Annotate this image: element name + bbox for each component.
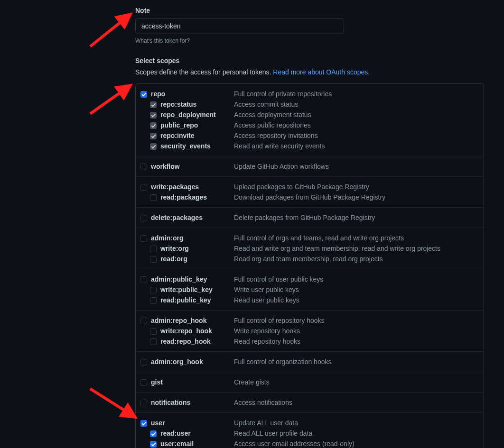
scope-name[interactable]: write:packages	[151, 183, 234, 191]
scope-checkbox-security-events[interactable]	[150, 143, 157, 150]
scope-group: delete:packagesDelete packages from GitH…	[136, 207, 484, 228]
oauth-scopes-link[interactable]: Read more about OAuth scopes	[273, 68, 368, 76]
scope-checkbox-read-org[interactable]	[150, 256, 157, 263]
scope-name[interactable]: write:public_key	[160, 286, 234, 293]
scope-checkbox-read-user[interactable]	[150, 430, 157, 437]
scope-name[interactable]: admin:repo_hook	[151, 317, 234, 324]
scope-group: gistCreate gists	[136, 372, 484, 392]
scope-checkbox-read-packages[interactable]	[150, 194, 157, 201]
scope-description: Delete packages from GitHub Package Regi…	[234, 214, 375, 221]
scope-description: Access commit status	[234, 101, 298, 108]
scope-description: Read ALL user profile data	[234, 430, 312, 437]
scope-group: notificationsAccess notifications	[136, 392, 484, 412]
scope-checkbox-repo-status[interactable]	[150, 101, 157, 108]
scope-checkbox-user[interactable]	[140, 420, 147, 427]
scope-name[interactable]: admin:org	[151, 234, 234, 242]
scope-name[interactable]: security_events	[160, 142, 234, 150]
scope-name[interactable]: notifications	[151, 399, 234, 406]
scope-name[interactable]: public_repo	[160, 121, 234, 129]
scope-name[interactable]: read:public_key	[160, 296, 234, 304]
scope-name[interactable]: repo:invite	[160, 132, 234, 139]
scope-checkbox-write-repo-hook[interactable]	[150, 328, 157, 335]
scope-description: Upload packages to GitHub Package Regist…	[234, 183, 369, 191]
scope-checkbox-admin-public-key[interactable]	[140, 276, 147, 283]
scope-row: workflowUpdate GitHub Action workflows	[140, 161, 479, 172]
scope-checkbox-delete-packages[interactable]	[140, 215, 147, 221]
scope-name[interactable]: workflow	[151, 163, 234, 170]
scope-checkbox-write-org[interactable]	[150, 246, 157, 252]
scope-description: Full control of repository hooks	[234, 317, 325, 324]
scope-checkbox-admin-repo-hook[interactable]	[140, 318, 147, 324]
scope-name[interactable]: read:repo_hook	[160, 338, 234, 345]
scope-description: Read org and team membership, read org p…	[234, 255, 383, 263]
scope-checkbox-public-repo[interactable]	[150, 122, 157, 129]
select-scopes-heading: Select scopes	[135, 57, 484, 64]
scope-description: Create gists	[234, 378, 270, 386]
scope-description: Read user public keys	[234, 296, 299, 304]
scope-name[interactable]: gist	[151, 378, 234, 386]
scopes-list: repoFull control of private repositories…	[135, 83, 484, 448]
scope-row: userUpdate ALL user data	[140, 418, 479, 428]
scope-checkbox-notifications[interactable]	[140, 400, 147, 406]
scope-name[interactable]: repo	[151, 90, 234, 98]
scope-name[interactable]: write:repo_hook	[160, 327, 234, 335]
scope-description: Read and write security events	[234, 142, 325, 150]
scope-name[interactable]: read:org	[160, 255, 234, 263]
scope-row: admin:repo_hookFull control of repositor…	[140, 315, 479, 326]
scope-group: repoFull control of private repositories…	[136, 84, 484, 156]
scope-checkbox-admin-org[interactable]	[140, 235, 147, 242]
scope-name[interactable]: user:email	[160, 440, 234, 448]
scope-name[interactable]: read:user	[160, 430, 234, 437]
scope-description: Access public repositories	[234, 121, 311, 129]
svg-line-5	[90, 389, 135, 417]
scope-group: workflowUpdate GitHub Action workflows	[136, 156, 484, 176]
scope-description: Full control of orgs and teams, read and…	[234, 234, 404, 242]
scope-checkbox-workflow[interactable]	[140, 164, 147, 170]
scope-description: Download packages from GitHub Package Re…	[234, 193, 385, 201]
note-help-text: What's this token for?	[135, 37, 484, 44]
scope-checkbox-read-public-key[interactable]	[150, 297, 157, 304]
scope-group: admin:repo_hookFull control of repositor…	[136, 310, 484, 351]
scope-row: user:emailAccess user email addresses (r…	[140, 439, 479, 448]
scope-name[interactable]: admin:public_key	[151, 275, 234, 283]
scope-checkbox-read-repo-hook[interactable]	[150, 338, 157, 345]
scope-group: admin:public_keyFull control of user pub…	[136, 269, 484, 310]
scope-checkbox-repo-deployment[interactable]	[150, 112, 157, 119]
scope-checkbox-repo-invite[interactable]	[150, 133, 157, 139]
scope-description: Read repository hooks	[234, 338, 300, 345]
scope-name[interactable]: user	[151, 419, 234, 427]
scope-checkbox-user-email[interactable]	[150, 441, 157, 448]
scope-row: read:orgRead org and team membership, re…	[140, 254, 479, 264]
svg-line-1	[90, 14, 131, 46]
scope-name[interactable]: write:org	[160, 245, 234, 252]
scope-row: notificationsAccess notifications	[140, 397, 479, 408]
scope-description: Access repository invitations	[234, 132, 318, 139]
scope-row: read:userRead ALL user profile data	[140, 428, 479, 439]
scope-row: public_repoAccess public repositories	[140, 120, 479, 130]
scope-description: Full control of user public keys	[234, 275, 323, 283]
scope-name[interactable]: repo:status	[160, 101, 234, 108]
scope-name[interactable]: admin:org_hook	[151, 358, 234, 366]
scope-checkbox-gist[interactable]	[140, 379, 147, 386]
scope-description: Full control of organization hooks	[234, 358, 331, 366]
scope-row: admin:org_hookFull control of organizati…	[140, 357, 479, 367]
scope-checkbox-repo[interactable]	[140, 91, 147, 98]
scope-name[interactable]: repo_deployment	[160, 111, 234, 119]
scope-row: write:repo_hookWrite repository hooks	[140, 326, 479, 336]
scope-row: read:public_keyRead user public keys	[140, 295, 479, 305]
scope-name[interactable]: read:packages	[160, 193, 234, 201]
scope-row: repoFull control of private repositories	[140, 89, 479, 99]
note-input[interactable]	[135, 18, 344, 34]
scope-row: admin:orgFull control of orgs and teams,…	[140, 233, 479, 243]
scope-checkbox-write-public-key[interactable]	[150, 287, 157, 293]
scope-row: repo_deploymentAccess deployment status	[140, 110, 479, 120]
scope-name[interactable]: delete:packages	[151, 214, 234, 221]
note-label: Note	[135, 7, 484, 14]
scope-checkbox-admin-org-hook[interactable]	[140, 359, 147, 366]
scope-row: read:packagesDownload packages from GitH…	[140, 192, 479, 202]
scope-checkbox-write-packages[interactable]	[140, 184, 147, 191]
scope-description: Access deployment status	[234, 111, 311, 119]
scope-row: gistCreate gists	[140, 377, 479, 387]
scope-row: write:packagesUpload packages to GitHub …	[140, 182, 479, 192]
scope-group: userUpdate ALL user dataread:userRead AL…	[136, 412, 484, 448]
